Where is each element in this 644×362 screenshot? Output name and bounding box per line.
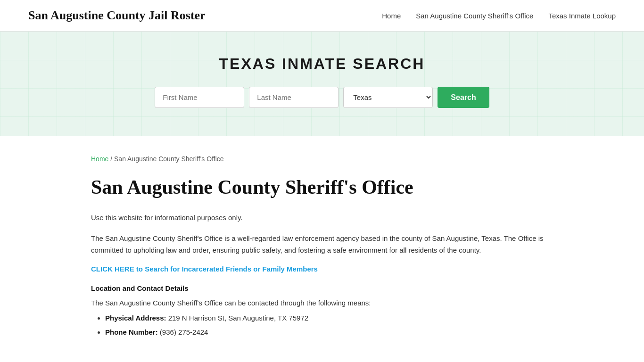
nav-home[interactable]: Home (382, 12, 401, 20)
state-select[interactable]: Texas (343, 87, 433, 108)
breadcrumb-home[interactable]: Home (91, 155, 108, 163)
breadcrumb-current: San Augustine County Sheriff's Office (114, 155, 224, 163)
search-button[interactable]: Search (438, 87, 489, 108)
intro-para-2: The San Augustine County Sheriff's Offic… (91, 232, 553, 256)
last-name-input[interactable] (249, 87, 339, 108)
intro-para-1: Use this website for informational purpo… (91, 212, 553, 224)
nav-sheriffs-office[interactable]: San Augustine County Sheriff's Office (416, 12, 533, 20)
address-value: 219 N Harrison St, San Augustine, TX 759… (166, 314, 309, 322)
contact-intro: The San Augustine County Sheriff's Offic… (91, 299, 553, 307)
page-heading: San Augustine County Sheriff's Office (91, 176, 553, 198)
location-section-heading: Location and Contact Details (91, 284, 553, 292)
site-title: San Augustine County Jail Roster (28, 8, 206, 23)
search-heading: TEXAS INMATE SEARCH (9, 55, 635, 73)
list-item: Phone Number: (936) 275-2424 (105, 327, 553, 338)
nav-inmate-lookup[interactable]: Texas Inmate Lookup (548, 12, 616, 20)
cta-search-link[interactable]: CLICK HERE to Search for Incarcerated Fr… (91, 265, 318, 273)
search-banner: TEXAS INMATE SEARCH Texas Search (0, 32, 644, 136)
main-nav: Home San Augustine County Sheriff's Offi… (382, 12, 616, 20)
phone-label: Phone Number: (105, 328, 158, 336)
search-form: Texas Search (9, 87, 635, 108)
breadcrumb-separator: / (110, 155, 112, 163)
contact-list: Physical Address: 219 N Harrison St, San… (91, 313, 553, 338)
list-item: Physical Address: 219 N Harrison St, San… (105, 313, 553, 324)
address-label: Physical Address: (105, 314, 166, 322)
main-content: Home / San Augustine County Sheriff's Of… (63, 136, 581, 362)
first-name-input[interactable] (155, 87, 244, 108)
phone-value: (936) 275-2424 (158, 328, 208, 336)
breadcrumb: Home / San Augustine County Sheriff's Of… (91, 155, 553, 163)
site-header: San Augustine County Jail Roster Home Sa… (0, 0, 644, 32)
